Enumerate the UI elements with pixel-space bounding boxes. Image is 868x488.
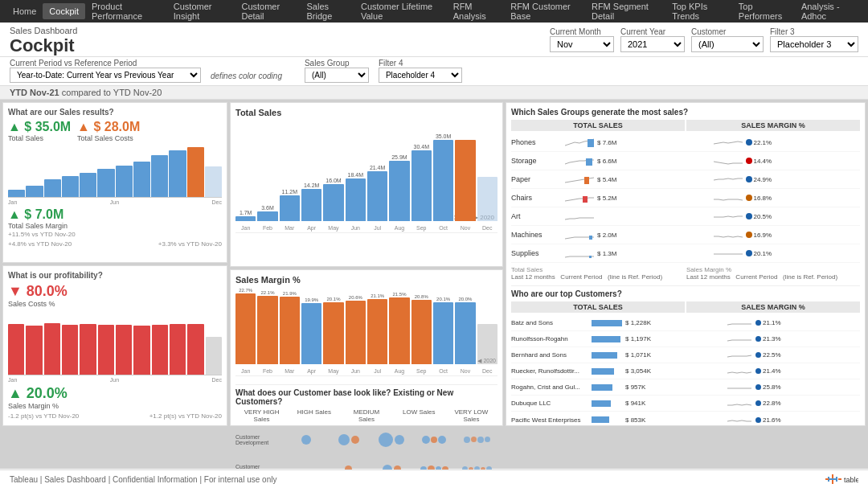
breadcrumb: Sales Dashboard	[10, 26, 77, 35]
nav-analysis-adhoc[interactable]: Analysis - Adhoc	[795, 0, 862, 24]
ytd-period: YTD Nov-21	[10, 88, 59, 97]
top-customers-table: Batz and Sons $ 1,228K 21.1% Runolfsson-…	[511, 315, 860, 426]
svg-rect-4	[589, 236, 592, 240]
nav-top-kpis[interactable]: Top KPIs Trends	[665, 0, 732, 24]
margin-header: SALES MARGIN %	[686, 120, 860, 131]
nav-rfm-customer-base[interactable]: RFM Customer Base	[504, 0, 585, 24]
top-navigation: Home Cockpit Product Performance Custome…	[0, 0, 868, 23]
group-name-machines: Machines	[511, 231, 563, 239]
svg-rect-11	[592, 400, 611, 407]
svg-rect-5	[589, 256, 592, 258]
group-name-chairs: Chairs	[511, 194, 563, 202]
svg-rect-10	[592, 384, 612, 391]
total-costs-value: ▲ $ 28.0M	[77, 120, 140, 134]
svg-rect-3	[583, 196, 588, 203]
nav-product-performance[interactable]: Product Performance	[85, 0, 167, 24]
sales-groups-title: Which Sales Groups generate the most sal…	[511, 108, 860, 117]
svg-rect-12	[592, 416, 609, 423]
tableau-logo: tableau	[810, 473, 858, 486]
svg-rect-1	[586, 158, 592, 166]
profitability-title: What is our profitability?	[8, 271, 222, 280]
current-year-select[interactable]: 2021	[620, 36, 685, 52]
nav-top-performers[interactable]: Top Performers	[732, 0, 795, 24]
sales-group-table: Phones $ 7.6M 22.1% Storage $ 6.6M	[511, 133, 860, 263]
filter4-label: Filter 4	[379, 59, 462, 68]
total-sales-chart-title: Total Sales	[235, 108, 497, 117]
svg-rect-0	[588, 139, 594, 147]
nav-sales-bridge[interactable]: Sales Bridge	[301, 0, 354, 24]
group-name-storage: Storage	[511, 157, 563, 165]
svg-rect-17	[825, 478, 829, 480]
filter3-select[interactable]: Placeholder 3	[770, 36, 858, 52]
nav-customer-lifetime[interactable]: Customer Lifetime Value	[354, 0, 447, 24]
nav-rfm-analysis[interactable]: RFM Analysis	[447, 0, 505, 24]
margin-pct-value: ▲ 20.0%	[8, 385, 68, 402]
color-coding-note: defines color coding	[211, 72, 282, 80]
sales-group-select[interactable]: (All)	[305, 68, 369, 83]
nav-home[interactable]: Home	[6, 3, 43, 19]
svg-rect-6	[592, 320, 622, 326]
current-month-label: Current Month	[550, 27, 614, 36]
customer-filter-select[interactable]: (All)	[691, 36, 764, 52]
filter4-select[interactable]: Placeholder 4	[379, 68, 462, 83]
period-label: Current Period vs Reference Period	[10, 59, 201, 68]
customer-base-title: What does our Customer base look like? E…	[235, 388, 497, 406]
total-sales-label: Total Sales	[8, 134, 71, 142]
total-sales-header: TOTAL SALES	[511, 120, 685, 131]
current-month-select[interactable]: Nov	[550, 36, 614, 52]
svg-rect-2	[584, 177, 589, 184]
margin-value: ▲ $ 7.0M	[8, 207, 222, 222]
top-customers-title: Who are our top Customers?	[511, 289, 860, 298]
svg-rect-9	[592, 368, 614, 375]
ytd-comparison-text: compared to YTD Nov-20	[62, 88, 162, 97]
group-name-supplies: Supplies	[511, 249, 563, 257]
sales-margin-title: Sales Margin %	[235, 275, 497, 285]
svg-rect-7	[592, 336, 620, 342]
nav-customer-insight[interactable]: Customer Insight	[167, 0, 235, 24]
margin-delta: +11.5% vs YTD Nov-20	[8, 231, 222, 238]
customer-filter-label: Customer	[691, 27, 764, 36]
group-name-art: Art	[511, 212, 563, 220]
svg-rect-16	[829, 478, 837, 480]
margin-label: Total Sales Margin	[8, 222, 222, 230]
costs-pct-value: ▼ 80.0%	[8, 283, 68, 300]
group-name-paper: Paper	[511, 175, 563, 183]
total-sales-value: ▲ $ 35.0M	[8, 120, 71, 134]
page-title: Cockpit	[10, 35, 77, 56]
sales-results-title: What are our Sales results?	[8, 108, 222, 117]
svg-rect-8	[592, 352, 617, 359]
costs-pct-label: Sales Costs %	[8, 300, 68, 308]
nav-cockpit[interactable]: Cockpit	[43, 3, 85, 19]
nav-customer-detail[interactable]: Customer Detail	[235, 0, 300, 24]
total-costs-label: Total Sales Costs	[77, 134, 140, 142]
sales-group-label: Sales Group	[305, 59, 369, 68]
svg-rect-18	[838, 478, 841, 480]
margin-pct-label: Sales Margin %	[8, 402, 68, 410]
svg-text:tableau: tableau	[844, 476, 858, 484]
current-year-label: Current Year	[620, 27, 685, 36]
group-name-phones: Phones	[511, 138, 563, 146]
period-select[interactable]: Year-to-Date: Current Year vs Previous Y…	[10, 68, 201, 83]
filter3-label: Filter 3	[770, 27, 858, 36]
nav-rfm-segment-detail[interactable]: RFM Segment Detail	[585, 0, 665, 24]
footer-text: Tableau | Sales Dashboard | Confidential…	[10, 475, 276, 484]
